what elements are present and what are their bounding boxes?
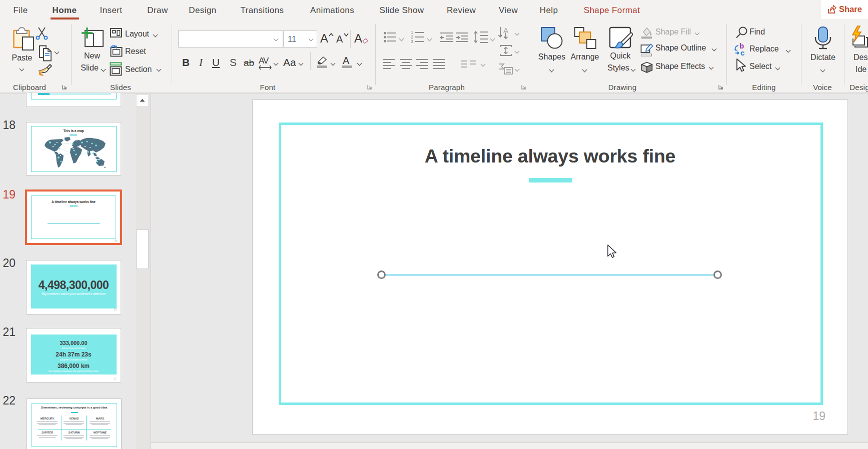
svg-text:c: c — [740, 48, 744, 56]
svg-text:3: 3 — [411, 39, 413, 44]
